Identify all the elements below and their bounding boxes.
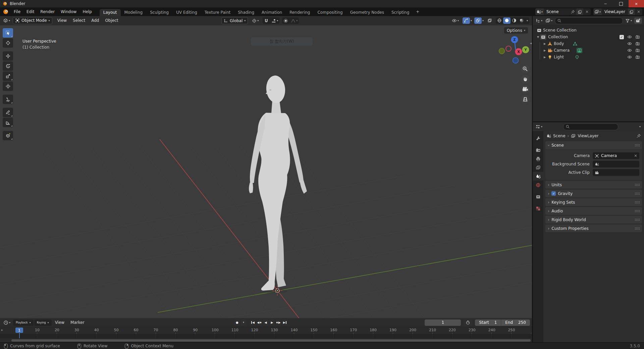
workspace-tab[interactable]: Geometry Nodes — [346, 9, 388, 16]
timeline-menu-item[interactable]: Playback▾ — [13, 319, 34, 326]
camera-view-button[interactable] — [521, 85, 530, 94]
jump-to-end-button[interactable]: ▶ — [281, 319, 288, 326]
tab-collection[interactable] — [533, 192, 543, 201]
pan-button[interactable] — [521, 75, 530, 84]
disclosure-right-icon[interactable]: ▶ — [543, 56, 547, 59]
auto-keying-record-button[interactable]: ● — [234, 319, 240, 326]
tool-cursor-button[interactable] — [3, 38, 13, 48]
orientation-dropdown[interactable]: Global ▾ — [221, 17, 248, 24]
outliner-display-mode-button[interactable]: ▾ — [545, 17, 553, 24]
outliner-row-scene-collection[interactable]: Scene Collection — [533, 27, 644, 34]
outliner-editor-type-button[interactable]: ▾ — [535, 17, 543, 24]
workspace-tab[interactable]: Rendering — [286, 9, 314, 16]
tool-rotate-button[interactable] — [3, 61, 13, 71]
properties-panel-header[interactable]: › ✓ Gravity — [545, 190, 642, 197]
tool-transform-button[interactable] — [3, 82, 13, 91]
tool-measure-button[interactable] — [3, 118, 13, 127]
menu-item[interactable]: File — [11, 7, 23, 16]
menu-item[interactable]: Help — [79, 7, 95, 16]
drag-handle-icon[interactable] — [635, 184, 640, 186]
workspace-tab[interactable]: Compositing — [314, 9, 346, 16]
play-reverse-button[interactable]: ◀ — [262, 319, 269, 326]
scene-browse-button[interactable]: ▾ — [535, 8, 544, 15]
properties-panel-header[interactable]: › ✓ Keying Sets — [545, 198, 642, 206]
playhead-line[interactable] — [19, 333, 20, 338]
pivot-point-dropdown[interactable]: ▾ — [251, 17, 260, 24]
properties-panel-header[interactable]: › ✓ Custom Properties — [545, 225, 642, 232]
workspace-tab[interactable]: Animation — [258, 9, 286, 16]
render-visibility-icon[interactable] — [635, 48, 640, 53]
outliner-row-light[interactable]: ▶ Light — [533, 54, 644, 60]
workspace-tab[interactable]: Layout — [100, 9, 121, 16]
workspace-tab[interactable]: Sculpting — [146, 9, 172, 16]
overlays-dropdown[interactable]: ▾ — [482, 19, 484, 22]
proportional-falloff-dropdown[interactable]: ▾ — [289, 17, 299, 24]
outliner-search-input[interactable] — [555, 17, 623, 24]
new-collection-button[interactable] — [634, 17, 642, 24]
preview-range-button[interactable] — [464, 319, 472, 326]
tab-output[interactable] — [533, 154, 543, 163]
render-visibility-icon[interactable] — [635, 35, 640, 39]
scene-panel-header[interactable]: › Scene — [545, 141, 642, 149]
proportional-editing-toggle[interactable] — [282, 17, 289, 24]
shading-solid-button[interactable] — [503, 17, 511, 24]
menu-item[interactable]: Edit — [23, 7, 37, 16]
object-visibility-dropdown[interactable]: ▾ — [450, 17, 460, 24]
gizmos-toggle[interactable] — [463, 17, 470, 24]
outliner-row-camera[interactable]: ▶ Camera — [533, 47, 644, 54]
panel-checkbox[interactable]: ✓ — [551, 191, 556, 196]
gizmos-dropdown[interactable]: ▾ — [471, 19, 472, 22]
drag-handle-icon[interactable] — [635, 218, 640, 221]
outliner-row-collection[interactable]: ▼ Collection ✓ — [533, 34, 644, 40]
shading-dropdown[interactable]: ▾ — [525, 17, 529, 24]
timeline-menu-item[interactable]: Keying▾ — [34, 319, 52, 326]
unlink-scene-button[interactable]: × — [583, 9, 591, 14]
timeline-editor-type-button[interactable]: ▾ — [2, 319, 12, 326]
shading-material-button[interactable] — [511, 17, 518, 24]
drag-handle-icon[interactable] — [635, 227, 640, 230]
properties-panel-header[interactable]: › ✓ Audio — [545, 207, 642, 215]
clear-field-button[interactable]: × — [634, 153, 637, 158]
snap-toggle[interactable] — [263, 17, 270, 24]
collection-checkbox[interactable]: ✓ — [620, 35, 624, 39]
drag-handle-icon[interactable] — [635, 192, 640, 195]
tool-add-cube-button[interactable] — [3, 131, 13, 140]
channels-expand-arrow[interactable]: ▸ — [1, 328, 3, 332]
background-scene-field[interactable] — [593, 161, 639, 167]
properties-panel-header[interactable]: › ✓ Rigid Body World — [545, 216, 642, 223]
timeline-scrollbar[interactable] — [0, 338, 532, 342]
tool-annotate-button[interactable] — [3, 108, 13, 117]
disclosure-right-icon[interactable]: ▶ — [543, 49, 547, 52]
camera-object-field[interactable]: Camera × — [593, 152, 639, 159]
disclosure-right-icon[interactable]: ▶ — [543, 42, 547, 45]
workspace-tab[interactable]: Texture Paint — [201, 9, 234, 16]
render-visibility-icon[interactable] — [635, 55, 640, 59]
blender-menu-icon[interactable] — [3, 9, 9, 15]
tab-tool[interactable] — [533, 134, 543, 143]
menu-item[interactable]: Render — [37, 7, 58, 16]
viewport-menu-item[interactable]: View — [54, 18, 70, 23]
tab-texture[interactable] — [533, 204, 543, 213]
tool-annotate-lines-button[interactable] — [3, 95, 13, 104]
maximize-button[interactable] — [613, 0, 629, 7]
viewlayer-browse-button[interactable]: ▾ — [593, 8, 602, 15]
auto-keying-dropdown[interactable]: ▾ — [240, 319, 247, 326]
hide-eye-icon[interactable] — [627, 48, 632, 53]
timeline-ruler-area[interactable]: 1020304050607080901001101201301401501601… — [0, 327, 532, 338]
perspective-toggle-button[interactable] — [521, 95, 530, 104]
timeline-menu-item[interactable]: Marker▾ — [68, 319, 87, 326]
close-button[interactable]: × — [629, 0, 644, 7]
hide-eye-icon[interactable] — [627, 35, 632, 39]
next-keyframe-button[interactable]: ◆▶ — [275, 319, 281, 326]
tool-move-button[interactable] — [3, 51, 13, 61]
tab-render[interactable] — [533, 146, 543, 154]
xray-toggle[interactable] — [486, 17, 493, 24]
pin-button[interactable] — [636, 134, 641, 138]
tool-scale-button[interactable] — [3, 71, 13, 81]
remove-viewlayer-button[interactable]: × — [635, 9, 642, 14]
viewport-menu-item[interactable]: Object — [102, 18, 121, 23]
editor-type-button[interactable]: ▾ — [2, 17, 11, 24]
pin-icon[interactable] — [569, 10, 576, 14]
viewport-canvas[interactable]: Z X Y — [0, 25, 532, 318]
end-frame-field[interactable]: End250 — [501, 320, 530, 325]
